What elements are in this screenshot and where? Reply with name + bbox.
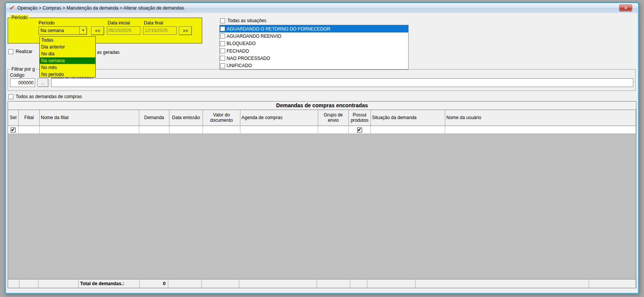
row-cell-agenda-compras bbox=[240, 126, 318, 134]
column-header-grupo-envio[interactable]: Grupo de envio bbox=[318, 110, 349, 126]
periodo-combo-value: Na semana bbox=[39, 27, 79, 34]
column-header-valor-documento[interactable]: Valor do documento bbox=[203, 110, 240, 126]
row-cell-valor-documento bbox=[203, 126, 240, 134]
row-cell-filial bbox=[19, 126, 40, 134]
todos-demandas-checkbox[interactable] bbox=[8, 94, 13, 99]
data-inicial-input[interactable] bbox=[107, 26, 140, 35]
situacao-item[interactable]: FECHADO bbox=[220, 47, 408, 55]
todas-situacoes-checkbox[interactable] bbox=[220, 18, 225, 23]
row-cell-situacao-demanda bbox=[371, 126, 445, 134]
dropdown-option[interactable]: No período bbox=[40, 71, 95, 78]
situacao-label: AGUARDANDO REENVIO bbox=[227, 34, 281, 39]
situacoes-listbox: AGUARDANDO O RETORNO DO FORNECEDOR AGUAR… bbox=[219, 25, 409, 70]
dropdown-option[interactable]: Dia anterior bbox=[40, 44, 95, 50]
column-header-agenda-compras[interactable]: Agenda de compras bbox=[240, 110, 318, 126]
total-cell bbox=[317, 279, 350, 288]
grid-empty-area bbox=[8, 134, 636, 279]
total-label: Total de demandas.: bbox=[79, 279, 140, 288]
todos-demandas-label: Todos as demandas de compras bbox=[16, 94, 82, 99]
total-cell bbox=[415, 279, 589, 288]
row-cell-nome-filial bbox=[40, 126, 139, 134]
browse-grupo-button[interactable]: ... bbox=[37, 78, 48, 87]
situacao-checkbox[interactable] bbox=[220, 34, 225, 39]
column-header-filial[interactable]: Filial bbox=[19, 110, 40, 126]
grid-title: Demandas de compras encontradas bbox=[8, 102, 636, 110]
close-button[interactable]: ✕ bbox=[619, 5, 632, 11]
situacao-item[interactable]: AGUARDANDO REENVIO bbox=[220, 32, 408, 40]
filtro-group-label: Filtrar por g bbox=[10, 66, 36, 72]
dropdown-option[interactable]: No dia bbox=[40, 50, 95, 57]
chevron-down-icon: ▼ bbox=[82, 29, 85, 32]
codigo-input[interactable] bbox=[10, 78, 35, 87]
data-final-label: Data final bbox=[144, 20, 163, 26]
periodo-dropdown-list: Todas Dia anterior No dia Na semana No m… bbox=[39, 36, 96, 77]
situacao-item[interactable]: UNIFICADO bbox=[220, 62, 408, 69]
row-possui-produtos-checkbox[interactable] bbox=[357, 128, 362, 132]
column-header-demanda[interactable]: Demanda bbox=[139, 110, 169, 126]
total-cell bbox=[39, 279, 79, 288]
total-cell bbox=[589, 279, 636, 288]
app-logo-icon: ✔ bbox=[9, 5, 15, 11]
app-window: ✔ Operação > Compras > Manutenção da dem… bbox=[5, 2, 639, 294]
periodo-combo-label: Período bbox=[39, 20, 55, 26]
situacao-label: NAO PROCESSADO bbox=[227, 56, 270, 61]
dropdown-option[interactable]: No mês bbox=[40, 64, 95, 71]
situacao-label: FECHADO bbox=[227, 48, 249, 54]
close-icon: ✕ bbox=[624, 6, 627, 10]
situacao-label: AGUARDANDO O RETORNO DO FORNECEDOR bbox=[227, 26, 330, 32]
row-cell-nome-usuario bbox=[445, 126, 636, 134]
total-cell bbox=[168, 279, 202, 288]
column-header-data-emissao[interactable]: Data emissão bbox=[169, 110, 203, 126]
row-cell-data-emissao bbox=[169, 126, 203, 134]
realizar-checkbox[interactable] bbox=[8, 49, 13, 54]
total-cell bbox=[350, 279, 367, 288]
situacao-label: UNIFICADO bbox=[227, 63, 252, 68]
data-inicial-label: Data inicial bbox=[108, 20, 130, 26]
row-cell-grupo-envio bbox=[318, 126, 349, 134]
total-cell bbox=[19, 279, 39, 288]
grid-row[interactable] bbox=[8, 126, 636, 134]
todos-demandas-checkbox-row: Todos as demandas de compras bbox=[8, 94, 82, 99]
situacao-item[interactable]: NAO PROCESSADO bbox=[220, 55, 408, 62]
realizar-checkbox-row: Realizar bbox=[8, 49, 32, 54]
grid-header-row: Sel Filial Nome da filial Demanda Data e… bbox=[8, 110, 636, 126]
dropdown-option-selected[interactable]: Na semana bbox=[40, 57, 95, 64]
realizar-label-suffix: as geradas bbox=[97, 50, 119, 55]
periodo-group-label: Período bbox=[10, 15, 29, 20]
client-area: Período Período Na semana ▼ << Data inic… bbox=[6, 13, 638, 292]
todas-situacoes-label: Todas as situações bbox=[227, 18, 266, 23]
situacao-checkbox[interactable] bbox=[220, 63, 225, 68]
realizar-label-prefix: Realizar bbox=[16, 49, 32, 54]
prev-period-button[interactable]: << bbox=[91, 26, 104, 35]
column-header-sel[interactable]: Sel bbox=[8, 110, 19, 126]
data-final-input[interactable] bbox=[143, 26, 177, 35]
titlebar[interactable]: ✔ Operação > Compras > Manutenção da dem… bbox=[6, 3, 638, 13]
column-header-possui-produtos[interactable]: Possui produtos bbox=[349, 110, 371, 126]
situacao-checkbox[interactable] bbox=[220, 48, 225, 53]
column-header-nome-usuario[interactable]: Nome da usuário bbox=[445, 110, 636, 126]
situacao-checkbox[interactable] bbox=[220, 56, 225, 61]
total-cell bbox=[8, 279, 19, 288]
grupo-demandas-input[interactable] bbox=[51, 78, 633, 87]
situacao-item[interactable]: AGUARDANDO O RETORNO DO FORNECEDOR bbox=[220, 25, 408, 32]
situacao-checkbox[interactable] bbox=[220, 41, 225, 46]
demandas-grid: Demandas de compras encontradas Sel Fili… bbox=[8, 101, 636, 288]
codigo-label: Código bbox=[10, 73, 24, 78]
total-cell bbox=[202, 279, 239, 288]
todas-situacoes-checkbox-row: Todas as situações bbox=[220, 18, 266, 23]
window-title: Operação > Compras > Manutenção da deman… bbox=[17, 5, 184, 11]
column-header-situacao-demanda[interactable]: Situação da demanda bbox=[371, 110, 445, 126]
column-header-nome-filial[interactable]: Nome da filial bbox=[40, 110, 139, 126]
situacao-label: BLOQUEADO bbox=[227, 41, 256, 46]
row-cell-demanda bbox=[139, 126, 169, 134]
next-period-button[interactable]: >> bbox=[179, 26, 192, 35]
row-sel-checkbox[interactable] bbox=[11, 128, 16, 132]
filtro-group: Filtrar por g Código ... Grupo de demand… bbox=[8, 69, 636, 91]
periodo-combobox[interactable]: Na semana ▼ bbox=[39, 26, 87, 35]
situacao-checkbox[interactable] bbox=[220, 26, 225, 31]
dropdown-option[interactable]: Todas bbox=[40, 37, 95, 44]
total-cell bbox=[367, 279, 415, 288]
situacao-item[interactable]: BLOQUEADO bbox=[220, 40, 408, 47]
periodo-combo-arrow-button[interactable]: ▼ bbox=[79, 27, 87, 34]
grid-total-row: Total de demandas.: 0 bbox=[8, 279, 636, 288]
